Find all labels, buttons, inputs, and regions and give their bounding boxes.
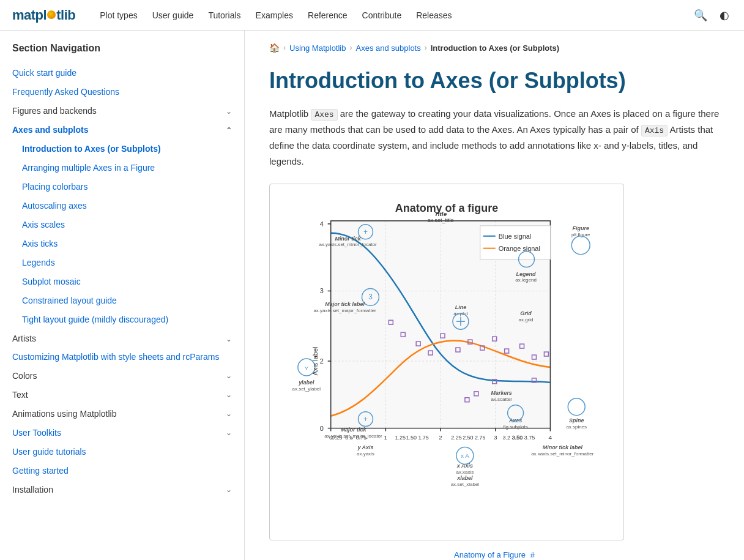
svg-text:1.75: 1.75 <box>418 435 428 441</box>
sidebar-item-axis-scales[interactable]: Axis scales <box>0 215 244 234</box>
breadcrumb-using-matplotlib[interactable]: Using Matplotlib <box>289 43 346 53</box>
breadcrumb-sep-1: › <box>283 43 286 52</box>
svg-text:x Axis: x Axis <box>456 463 473 469</box>
sidebar-item-colors[interactable]: Colors ⌄ <box>0 367 244 386</box>
svg-text:2.50: 2.50 <box>463 435 473 441</box>
chevron-down-icon-2: ⌄ <box>226 334 232 345</box>
svg-text:3: 3 <box>368 293 373 302</box>
sidebar-item-animations[interactable]: Animations using Matplotlib ⌄ <box>0 405 244 424</box>
svg-text:1: 1 <box>384 434 388 441</box>
svg-text:Axes: Axes <box>508 417 522 424</box>
logo-text-pre: matpl <box>12 7 46 23</box>
chevron-down-icon: ⌄ <box>226 106 232 117</box>
svg-text:+: + <box>363 228 368 236</box>
sidebar-item-arranging-axes[interactable]: Arranging multiple Axes in a Figure <box>0 159 244 177</box>
svg-text:Axis label: Axis label <box>311 347 319 376</box>
sidebar-item-autoscaling[interactable]: Autoscaling axes <box>0 196 244 215</box>
chevron-down-icon-3: ⌄ <box>226 370 232 381</box>
site-logo[interactable]: matpltlib <box>12 7 75 23</box>
search-button[interactable]: 🔍 <box>691 6 710 24</box>
svg-text:ax.spines: ax.spines <box>566 424 587 430</box>
svg-text:ax.xaxis: ax.xaxis <box>456 470 474 476</box>
svg-text:4: 4 <box>549 434 552 441</box>
svg-text:Orange signal: Orange signal <box>499 245 540 252</box>
svg-text:+: + <box>363 415 368 424</box>
breadcrumb: 🏠 › Using Matplotlib › Axes and subplots… <box>269 43 720 53</box>
sidebar-item-user-guide-tutorials[interactable]: User guide tutorials <box>0 442 244 461</box>
sidebar-item-axis-ticks[interactable]: Axis ticks <box>0 234 244 253</box>
sidebar-item-tight-layout[interactable]: Tight layout guide (mildly discouraged) <box>0 310 244 329</box>
sidebar-item-intro-axes[interactable]: Introduction to Axes (or Subplots) <box>0 140 244 159</box>
svg-text:y Axis: y Axis <box>357 445 373 451</box>
sidebar-item-quick-start[interactable]: Quick start guide <box>0 64 244 83</box>
anatomy-figure-svg: Anatomy of a figure <box>276 190 617 532</box>
svg-text:Spine: Spine <box>569 417 584 424</box>
nav-examples[interactable]: Examples <box>250 7 299 24</box>
svg-text:2: 2 <box>320 357 324 365</box>
svg-text:Title: Title <box>434 211 447 217</box>
svg-text:Grid: Grid <box>520 311 532 317</box>
sidebar: Section Navigation Quick start guide Fre… <box>0 31 245 560</box>
svg-rect-57 <box>480 226 551 259</box>
nav-user-guide[interactable]: User guide <box>146 7 200 24</box>
svg-text:1.25: 1.25 <box>395 435 406 441</box>
svg-text:2: 2 <box>439 434 442 441</box>
svg-text:ax.set_ylabel: ax.set_ylabel <box>292 386 321 392</box>
page-title: Introduction to Axes (or Subplots) <box>269 67 720 94</box>
chevron-down-icon-5: ⌄ <box>226 408 232 419</box>
sidebar-item-customizing[interactable]: Customizing Matplotlib with style sheets… <box>0 348 244 367</box>
logo-dot-icon <box>47 10 56 19</box>
chevron-up-icon: ⌃ <box>226 125 232 136</box>
sidebar-item-installation[interactable]: Installation ⌄ <box>0 480 244 499</box>
chevron-down-icon-6: ⌄ <box>226 427 232 438</box>
svg-text:4: 4 <box>320 220 324 228</box>
chevron-down-icon-4: ⌄ <box>226 389 232 400</box>
svg-text:ax.yaxis.set_minor_locator: ax.yaxis.set_minor_locator <box>319 242 377 247</box>
svg-text:ax.set_title: ax.set_title <box>428 217 454 223</box>
svg-text:Legend: Legend <box>516 271 536 277</box>
svg-text:1.50: 1.50 <box>406 435 416 441</box>
svg-text:3.50: 3.50 <box>512 435 523 441</box>
svg-text:xlabel: xlabel <box>456 476 473 482</box>
sidebar-item-axes-subplots[interactable]: Axes and subplots ⌃ <box>0 121 244 140</box>
figure-hash-link[interactable]: # <box>530 550 535 559</box>
sidebar-item-text[interactable]: Text ⌄ <box>0 386 244 405</box>
svg-text:3.75: 3.75 <box>524 435 535 441</box>
sidebar-item-getting-started[interactable]: Getting started <box>0 461 244 480</box>
svg-text:ax.grid: ax.grid <box>519 318 534 323</box>
axis-code-inline: Axis <box>641 125 668 136</box>
svg-text:ax.legend: ax.legend <box>515 278 537 283</box>
breadcrumb-home[interactable]: 🏠 <box>269 43 280 53</box>
nav-tutorials[interactable]: Tutorials <box>202 7 247 24</box>
svg-text:3: 3 <box>320 288 324 295</box>
nav-releases[interactable]: Releases <box>410 7 458 24</box>
svg-text:ax.yaxis.set_major_locator: ax.yaxis.set_major_locator <box>324 433 382 439</box>
sidebar-item-placing-colorbars[interactable]: Placing colorbars <box>0 177 244 196</box>
page-layout: Section Navigation Quick start guide Fre… <box>0 31 744 560</box>
sidebar-item-legends[interactable]: Legends <box>0 253 244 272</box>
sidebar-item-artists[interactable]: Artists ⌄ <box>0 329 244 348</box>
anatomy-figure-container: Anatomy of a figure <box>269 184 624 540</box>
sidebar-item-subplot-mosaic[interactable]: Subplot mosaic <box>0 272 244 291</box>
sidebar-item-user-toolkits[interactable]: User Toolkits ⌄ <box>0 424 244 442</box>
chevron-down-icon-7: ⌄ <box>226 484 232 495</box>
svg-text:ax.scatter: ax.scatter <box>491 397 512 402</box>
theme-toggle-button[interactable]: ◐ <box>717 6 732 24</box>
sidebar-item-constrained-layout[interactable]: Constrained layout guide <box>0 291 244 310</box>
svg-text:Y: Y <box>305 365 309 371</box>
svg-text:2.25: 2.25 <box>451 435 461 441</box>
breadcrumb-sep-2: › <box>350 43 352 52</box>
breadcrumb-current: Introduction to Axes (or Subplots) <box>431 43 559 53</box>
svg-text:ax.yaxis: ax.yaxis <box>357 452 374 457</box>
sidebar-item-faq[interactable]: Frequently Asked Questions <box>0 83 244 102</box>
breadcrumb-sep-3: › <box>425 43 427 52</box>
nav-reference[interactable]: Reference <box>302 7 354 24</box>
figure-caption-link[interactable]: Anatomy of a Figure <box>454 550 526 559</box>
sidebar-item-figures-backends[interactable]: Figures and backends ⌄ <box>0 102 244 121</box>
breadcrumb-axes-subplots[interactable]: Axes and subplots <box>356 43 421 53</box>
svg-text:Minor tick label: Minor tick label <box>543 445 583 451</box>
nav-plot-types[interactable]: Plot types <box>94 7 143 24</box>
svg-text:Line: Line <box>455 305 466 311</box>
svg-text:x A: x A <box>461 453 469 460</box>
nav-contribute[interactable]: Contribute <box>356 7 408 24</box>
